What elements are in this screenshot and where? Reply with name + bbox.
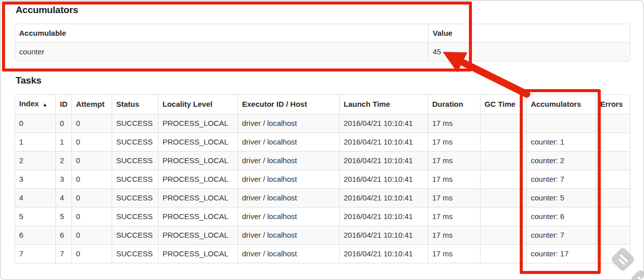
cell-index: 2 xyxy=(15,151,55,170)
cell-index: 0 xyxy=(15,114,55,132)
cell-id: 5 xyxy=(55,207,71,226)
cell-status: SUCCESS xyxy=(112,114,158,132)
column-header-locality-level[interactable]: Locality Level xyxy=(158,95,237,114)
cell-locality: PROCESS_LOCAL xyxy=(158,244,237,263)
cell-id: 7 xyxy=(55,244,71,263)
cell-launch: 2016/04/21 10:10:41 xyxy=(339,188,428,207)
cell-executor: driver / localhost xyxy=(237,188,339,207)
cell-accumulators: counter: 17 xyxy=(526,244,596,263)
cell-attempt: 0 xyxy=(71,151,112,170)
column-header-index[interactable]: Index▲ xyxy=(15,95,55,114)
table-row: 000SUCCESSPROCESS_LOCALdriver / localhos… xyxy=(15,114,630,132)
table-row: 330SUCCESSPROCESS_LOCALdriver / localhos… xyxy=(15,170,630,188)
cell-duration: 17 ms xyxy=(428,226,480,244)
cell-id: 3 xyxy=(55,170,71,188)
cell-accumulators xyxy=(526,114,596,132)
cell-errors xyxy=(596,151,630,170)
cell-executor: driver / localhost xyxy=(237,244,339,263)
watermark-corner-icon xyxy=(630,269,644,280)
cell-status: SUCCESS xyxy=(112,244,158,263)
cell-status: SUCCESS xyxy=(112,170,158,188)
cell-index: 3 xyxy=(15,170,55,188)
cell-index: 6 xyxy=(15,226,55,244)
cell-errors xyxy=(596,207,630,226)
cell-locality: PROCESS_LOCAL xyxy=(158,226,237,244)
cell-executor: driver / localhost xyxy=(237,226,339,244)
cell-status: SUCCESS xyxy=(112,151,158,170)
cell-status: SUCCESS xyxy=(112,132,158,151)
column-header-accumulators[interactable]: Accumulators xyxy=(526,95,596,114)
cell-locality: PROCESS_LOCAL xyxy=(158,170,237,188)
column-header-id[interactable]: ID xyxy=(55,95,71,114)
cell-index: 1 xyxy=(15,132,55,151)
cell-id: 6 xyxy=(55,226,71,244)
cell-duration: 17 ms xyxy=(428,188,480,207)
cell-executor: driver / localhost xyxy=(237,132,339,151)
cell-errors xyxy=(596,244,630,263)
cell-attempt: 0 xyxy=(71,170,112,188)
cell-launch: 2016/04/21 10:10:41 xyxy=(339,151,428,170)
cell-gc xyxy=(480,170,526,188)
table-row: 220SUCCESSPROCESS_LOCALdriver / localhos… xyxy=(15,151,630,170)
cell-gc xyxy=(480,226,526,244)
cell-status: SUCCESS xyxy=(112,188,158,207)
column-header-duration[interactable]: Duration xyxy=(428,95,480,114)
sort-ascending-icon: ▲ xyxy=(42,102,47,107)
cell-id: 4 xyxy=(55,188,71,207)
cell-launch: 2016/04/21 10:10:41 xyxy=(339,207,428,226)
cell-index: 4 xyxy=(15,188,55,207)
cell-accumulators: counter: 7 xyxy=(526,226,596,244)
tasks-table: Index▲ ID Attempt Status Locality Level … xyxy=(15,94,630,263)
cell-errors xyxy=(596,170,630,188)
cell-errors xyxy=(596,188,630,207)
cell-errors xyxy=(596,132,630,151)
cell-duration: 17 ms xyxy=(428,132,480,151)
column-header-executor-id-host[interactable]: Executor ID / Host xyxy=(237,95,339,114)
cell-launch: 2016/04/21 10:10:41 xyxy=(339,114,428,132)
cell-id: 1 xyxy=(55,132,71,151)
cell-locality: PROCESS_LOCAL xyxy=(158,114,237,132)
cell-executor: driver / localhost xyxy=(237,151,339,170)
page-container: Accumulators Accumulable Value counter45… xyxy=(0,0,644,280)
cell-attempt: 0 xyxy=(71,114,112,132)
table-row: 550SUCCESSPROCESS_LOCALdriver / localhos… xyxy=(15,207,630,226)
column-header-attempt[interactable]: Attempt xyxy=(71,95,112,114)
cell-accumulators: counter: 6 xyxy=(526,207,596,226)
cell-attempt: 0 xyxy=(71,207,112,226)
main-content: Accumulators Accumulable Value counter45… xyxy=(1,1,643,263)
cell-locality: PROCESS_LOCAL xyxy=(158,132,237,151)
cell-attempt: 0 xyxy=(71,188,112,207)
cell-launch: 2016/04/21 10:10:41 xyxy=(339,132,428,151)
column-header-errors[interactable]: Errors xyxy=(596,95,630,114)
column-header-status[interactable]: Status xyxy=(112,95,158,114)
cell-attempt: 0 xyxy=(71,244,112,263)
column-header-accumulable[interactable]: Accumulable xyxy=(15,24,428,42)
cell-duration: 17 ms xyxy=(428,114,480,132)
cell-id: 0 xyxy=(55,114,71,132)
cell-errors xyxy=(596,114,630,132)
cell-locality: PROCESS_LOCAL xyxy=(158,188,237,207)
column-header-launch-time[interactable]: Launch Time xyxy=(339,95,428,114)
cell-index: 5 xyxy=(15,207,55,226)
cell-gc xyxy=(480,151,526,170)
cell-gc xyxy=(480,132,526,151)
cell-accumulators: counter: 2 xyxy=(526,151,596,170)
cell-attempt: 0 xyxy=(71,226,112,244)
cell-value: 45 xyxy=(428,42,630,61)
accumulators-section-title: Accumulators xyxy=(16,5,629,15)
cell-status: SUCCESS xyxy=(112,226,158,244)
cell-executor: driver / localhost xyxy=(237,170,339,188)
cell-duration: 17 ms xyxy=(428,207,480,226)
cell-duration: 17 ms xyxy=(428,244,480,263)
cell-status: SUCCESS xyxy=(112,207,158,226)
cell-executor: driver / localhost xyxy=(237,114,339,132)
column-header-value[interactable]: Value xyxy=(428,24,630,42)
cell-index: 7 xyxy=(15,244,55,263)
accumulators-table: Accumulable Value counter45 xyxy=(15,24,630,61)
cell-executor: driver / localhost xyxy=(237,207,339,226)
cell-launch: 2016/04/21 10:10:41 xyxy=(339,226,428,244)
cell-gc xyxy=(480,114,526,132)
cell-launch: 2016/04/21 10:10:41 xyxy=(339,244,428,263)
cell-locality: PROCESS_LOCAL xyxy=(158,207,237,226)
column-header-gc-time[interactable]: GC Time xyxy=(480,95,526,114)
